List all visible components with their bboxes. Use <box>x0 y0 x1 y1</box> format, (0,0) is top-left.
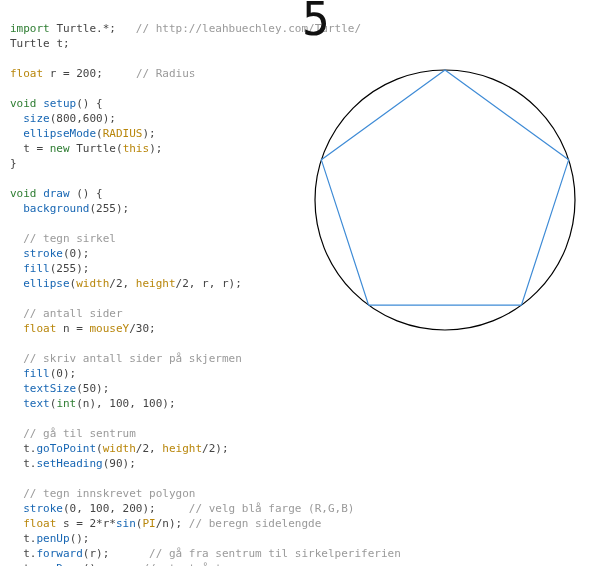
type-turtle: Turtle <box>76 142 116 155</box>
fn-pendown: penDown <box>37 562 83 566</box>
paren: ( <box>96 127 103 140</box>
decl-t: t; <box>56 37 69 50</box>
var-n: n <box>63 322 70 335</box>
kw-this: this <box>123 142 150 155</box>
kw-import: import <box>10 22 50 35</box>
brace-open: () { <box>70 187 103 200</box>
obj-t: t. <box>23 532 36 545</box>
rest: /2); <box>202 442 229 455</box>
obj-t: t. <box>23 442 36 455</box>
args: (255); <box>50 262 90 275</box>
sketch-canvas <box>300 30 590 340</box>
kw-void: void <box>10 97 37 110</box>
args: (); <box>83 562 103 566</box>
eq: = <box>56 67 76 80</box>
kw-new: new <box>50 142 70 155</box>
paren: ( <box>96 442 103 455</box>
args: (0, 100, 200); <box>63 502 156 515</box>
var-height: height <box>136 277 176 290</box>
comment: // gå til sentrum <box>23 427 136 440</box>
semi: ; <box>96 67 103 80</box>
eq: = <box>30 142 50 155</box>
fn-stroke: stroke <box>23 247 63 260</box>
var-t: t <box>23 142 30 155</box>
fn-gotopoint: goToPoint <box>37 442 97 455</box>
kw-int: int <box>56 397 76 410</box>
comment: // skriv antall sider på skjermen <box>23 352 242 365</box>
fn-size: size <box>23 112 50 125</box>
args: (r); <box>83 547 110 560</box>
kw-float: float <box>10 67 43 80</box>
fn-penup: penUp <box>37 532 70 545</box>
comment: // Radius <box>136 67 196 80</box>
rest: /30; <box>129 322 156 335</box>
obj-t: t. <box>23 547 36 560</box>
type-turtle: Turtle <box>10 37 50 50</box>
paren-close: ); <box>142 127 155 140</box>
sketch-output[interactable]: 5 <box>300 30 590 340</box>
args: (50); <box>76 382 109 395</box>
var-width: width <box>103 442 136 455</box>
fn-background: background <box>23 202 89 215</box>
fn-fill: fill <box>23 367 50 380</box>
eq: = <box>70 322 90 335</box>
fn-draw: draw <box>43 187 70 200</box>
d2: /2, <box>109 277 136 290</box>
comment: // tegn sirkel <box>23 232 116 245</box>
comment: // beregn sidelengde <box>189 517 321 530</box>
const-radius: RADIUS <box>103 127 143 140</box>
brace-close: } <box>10 157 17 170</box>
kw-void: void <box>10 187 37 200</box>
rest: (n), 100, 100); <box>76 397 175 410</box>
pkg-name: Turtle.*; <box>56 22 116 35</box>
comment: // tegn innskrevet polygon <box>23 487 195 500</box>
kw-float: float <box>23 322 56 335</box>
fn-ellipsemode: ellipseMode <box>23 127 96 140</box>
circle-shape <box>315 70 575 330</box>
fn-sin: sin <box>116 517 136 530</box>
paren-close: ); <box>149 142 162 155</box>
comment: // antall sider <box>23 307 122 320</box>
fn-text: text <box>23 397 50 410</box>
fn-setheading: setHeading <box>37 457 103 470</box>
args: (0); <box>50 367 77 380</box>
rest: /2, r, r); <box>176 277 242 290</box>
fn-forward: forward <box>37 547 83 560</box>
args: (90); <box>103 457 136 470</box>
sides-count-display: 5 <box>302 12 330 27</box>
var-mousey: mouseY <box>90 322 130 335</box>
args: (255); <box>89 202 129 215</box>
fn-ellipse: ellipse <box>23 277 69 290</box>
fn-setup: setup <box>43 97 76 110</box>
comment: // start å tegne <box>142 562 248 566</box>
const-pi: PI <box>142 517 155 530</box>
num-200: 200 <box>76 67 96 80</box>
eq: = 2*r* <box>70 517 116 530</box>
comment: // gå fra sentrum til sirkelperiferien <box>149 547 401 560</box>
args: (); <box>70 532 90 545</box>
args: (0); <box>63 247 90 260</box>
comment: // velg blå farge (R,G,B) <box>189 502 355 515</box>
brace-open: () { <box>76 97 103 110</box>
fn-fill: fill <box>23 262 50 275</box>
kw-float: float <box>23 517 56 530</box>
var-s: s <box>63 517 70 530</box>
app-window: import Turtle.*; // http://leahbuechley.… <box>0 0 601 566</box>
fn-textsize: textSize <box>23 382 76 395</box>
obj-t: t. <box>23 457 36 470</box>
paren: ( <box>116 142 123 155</box>
var-width: width <box>76 277 109 290</box>
var-height: height <box>162 442 202 455</box>
rest: /n); <box>156 517 189 530</box>
args: (800,600); <box>50 112 116 125</box>
d2: /2, <box>136 442 163 455</box>
fn-stroke: stroke <box>23 502 63 515</box>
obj-t: t. <box>23 562 36 566</box>
